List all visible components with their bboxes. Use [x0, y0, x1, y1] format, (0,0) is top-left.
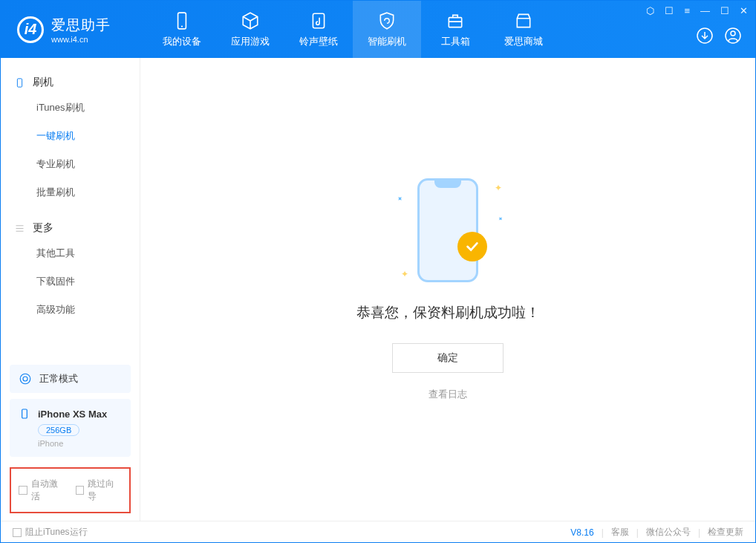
checkbox-skip-guide[interactable]: 跳过向导: [76, 478, 123, 503]
svg-point-6: [731, 31, 735, 36]
version-label: V8.16: [570, 527, 593, 538]
menu-icon[interactable]: ≡: [684, 5, 690, 16]
sidebar-group-more: 更多: [1, 217, 140, 239]
support-link[interactable]: 客服: [611, 526, 629, 539]
sparkle-icon: ✦: [394, 193, 404, 203]
sparkle-icon: ✦: [496, 214, 506, 224]
main-content: ✦ ✦ ✦ ✦ 恭喜您，保资料刷机成功啦！ 确定 查看日志: [140, 58, 755, 521]
device-mode-card[interactable]: 正常模式: [10, 365, 131, 393]
success-illustration: ✦ ✦ ✦ ✦: [417, 178, 478, 282]
header-actions: [696, 27, 742, 45]
logo-area: i4 爱思助手 www.i4.cn: [1, 16, 148, 44]
phone-illustration: [417, 178, 478, 282]
store-icon: [514, 11, 533, 30]
options-highlight-box: 自动激活 跳过向导: [10, 467, 131, 513]
checkmark-badge-icon: [457, 232, 487, 261]
ok-button[interactable]: 确定: [392, 343, 504, 373]
checkbox-icon: [13, 528, 22, 537]
sync-icon: [19, 372, 32, 386]
sidebar: 刷机 iTunes刷机 一键刷机 专业刷机 批量刷机 更多 其他工具 下载固件 …: [1, 58, 140, 521]
sidebar-item-advanced[interactable]: 高级功能: [1, 296, 140, 324]
svg-rect-2: [313, 13, 324, 28]
user-icon[interactable]: [724, 27, 742, 45]
tab-mydevice[interactable]: 我的设备: [148, 1, 216, 58]
checkbox-icon: [76, 486, 85, 495]
tab-ringtones[interactable]: 铃声壁纸: [284, 1, 353, 58]
svg-point-1: [181, 25, 183, 27]
tab-apps[interactable]: 应用游戏: [216, 1, 284, 58]
checkbox-block-itunes[interactable]: 阻止iTunes运行: [13, 526, 88, 539]
minimize-icon[interactable]: —: [700, 5, 710, 16]
app-name: 爱思助手: [51, 16, 111, 35]
feedback-icon[interactable]: ☐: [665, 5, 674, 16]
sidebar-item-download-firmware[interactable]: 下载固件: [1, 267, 140, 296]
sparkle-icon: ✦: [401, 269, 408, 279]
tab-flash[interactable]: 智能刷机: [353, 1, 421, 58]
update-link[interactable]: 检查更新: [708, 526, 743, 539]
skin-icon[interactable]: ⬡: [646, 5, 654, 16]
shield-refresh-icon: [377, 11, 397, 30]
svg-point-8: [20, 374, 30, 384]
wechat-link[interactable]: 微信公众号: [646, 526, 691, 539]
svg-rect-9: [22, 409, 27, 418]
checkbox-auto-activate[interactable]: 自动激活: [19, 478, 65, 503]
sparkle-icon: ✦: [495, 183, 502, 193]
device-name: iPhone XS Max: [38, 409, 107, 420]
checkbox-icon: [19, 486, 27, 495]
svg-rect-7: [17, 78, 22, 86]
window-controls: ⬡ ☐ ≡ — ☐ ✕: [646, 5, 748, 16]
cube-icon: [241, 11, 260, 30]
phone-icon: [172, 11, 192, 30]
app-header: i4 爱思助手 www.i4.cn 我的设备 应用游戏 铃声壁纸 智能刷机 工具…: [1, 1, 755, 58]
sidebar-item-pro-flash[interactable]: 专业刷机: [1, 150, 140, 178]
tab-store[interactable]: 爱思商城: [489, 1, 558, 58]
footer: 阻止iTunes运行 V8.16 | 客服 | 微信公众号 | 检查更新: [1, 521, 755, 543]
device-icon: [14, 77, 25, 88]
device-storage: 256GB: [38, 424, 79, 436]
list-icon: [14, 223, 25, 234]
success-message: 恭喜您，保资料刷机成功啦！: [356, 303, 540, 322]
phone-small-icon: [19, 408, 30, 420]
svg-rect-3: [449, 17, 461, 27]
device-info-card[interactable]: iPhone XS Max 256GB iPhone: [10, 399, 131, 457]
logo-icon: i4: [17, 16, 44, 43]
nav-tabs: 我的设备 应用游戏 铃声壁纸 智能刷机 工具箱 爱思商城: [148, 1, 558, 58]
sidebar-group-flash: 刷机: [1, 71, 140, 94]
app-url: www.i4.cn: [51, 35, 111, 44]
tab-toolbox[interactable]: 工具箱: [421, 1, 489, 58]
close-icon[interactable]: ✕: [740, 5, 748, 16]
device-type: iPhone: [38, 439, 122, 448]
sidebar-item-batch-flash[interactable]: 批量刷机: [1, 178, 140, 207]
sidebar-item-other-tools[interactable]: 其他工具: [1, 239, 140, 267]
download-icon[interactable]: [696, 27, 714, 45]
toolbox-icon: [446, 11, 465, 30]
music-file-icon: [309, 11, 328, 30]
maximize-icon[interactable]: ☐: [720, 5, 729, 16]
sidebar-item-oneclick-flash[interactable]: 一键刷机: [1, 122, 140, 150]
sidebar-item-itunes-flash[interactable]: iTunes刷机: [1, 94, 140, 122]
view-log-link[interactable]: 查看日志: [428, 388, 467, 401]
